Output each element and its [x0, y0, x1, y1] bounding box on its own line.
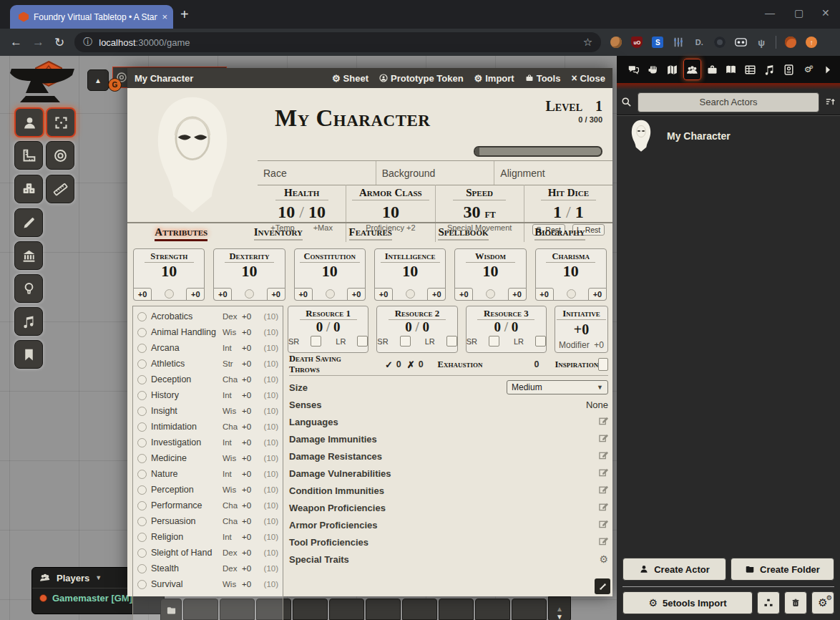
background-field[interactable]: Background — [376, 161, 494, 185]
import-button[interactable]: ⚙Import — [474, 73, 514, 84]
5etools-import-button[interactable]: ⚙ 5etools Import — [622, 591, 753, 614]
ability-modifier[interactable]: +0 — [294, 288, 313, 301]
edit-icon[interactable] — [599, 519, 608, 531]
hp-value[interactable]: 10 — [278, 203, 295, 221]
tab-features[interactable]: Features — [349, 226, 392, 241]
sidebar-tab-compendium[interactable] — [781, 59, 797, 79]
skill-row[interactable]: HistoryInt+0(10) — [137, 387, 278, 403]
page-up-icon[interactable]: ▲ — [556, 605, 563, 613]
fork-icon[interactable]: ψ — [755, 36, 768, 49]
ability-proficiency-ring[interactable] — [567, 289, 576, 299]
skill-proficiency-radio[interactable] — [137, 564, 147, 573]
ruler-diagonal-tool[interactable] — [46, 175, 74, 203]
skill-row[interactable]: StealthDex+0(10) — [137, 561, 278, 576]
skill-proficiency-radio[interactable] — [137, 312, 147, 321]
collapse-controls-button[interactable]: ▲ — [87, 69, 109, 91]
skill-proficiency-radio[interactable] — [137, 454, 147, 463]
ability-save[interactable]: +0 — [508, 288, 527, 301]
hotbar-page-control[interactable]: ▲ ▼ — [548, 596, 571, 620]
profile-avatar[interactable] — [784, 36, 797, 49]
lr-checkbox[interactable] — [446, 336, 457, 347]
resource-value[interactable]: 0 / 0 — [467, 320, 546, 334]
macro-slot[interactable] — [366, 599, 401, 620]
skill-proficiency-radio[interactable] — [137, 375, 147, 384]
skill-proficiency-radio[interactable] — [137, 359, 147, 369]
sliders-icon[interactable] — [672, 36, 685, 49]
xp-value[interactable]: 0 / 300 — [546, 115, 602, 124]
skill-proficiency-radio[interactable] — [137, 517, 147, 526]
tab-inventory[interactable]: Inventory — [254, 226, 303, 241]
exhaustion-value[interactable]: 0 — [534, 359, 539, 369]
ability-modifier[interactable]: +0 — [454, 288, 473, 301]
death-failure-icon[interactable]: ✗ — [407, 359, 415, 370]
prototype-token-button[interactable]: Prototype Token — [379, 73, 464, 84]
sr-checkbox[interactable] — [311, 336, 321, 347]
tab-biography[interactable]: Biography — [534, 226, 585, 241]
ability-score[interactable]: 10 — [536, 263, 606, 280]
sheet-config-button[interactable]: ⚙Sheet — [332, 73, 368, 84]
bullseye-tool[interactable] — [46, 141, 74, 170]
delete-button[interactable] — [784, 591, 807, 614]
skill-proficiency-radio[interactable] — [137, 438, 147, 447]
edit-icon[interactable] — [599, 485, 608, 496]
character-portrait[interactable] — [127, 88, 258, 222]
bookmark-tool[interactable] — [14, 340, 43, 369]
create-actor-button[interactable]: Create Actor — [622, 558, 726, 581]
sidebar-tab-actors-users[interactable] — [683, 59, 701, 80]
bank-tool[interactable] — [14, 241, 43, 270]
ublock-icon[interactable]: uO — [630, 36, 643, 49]
ability-intelligence[interactable]: Intelligence10+0+0 — [374, 248, 446, 301]
skill-row[interactable]: AthleticsStr+0(10) — [137, 356, 278, 372]
ability-constitution[interactable]: Constitution10+0+0 — [294, 248, 366, 301]
skill-row[interactable]: Animal HandlingWis+0(10) — [137, 324, 278, 340]
update-arrow-icon[interactable]: ↑ — [805, 36, 818, 49]
skill-row[interactable]: InsightWis+0(10) — [137, 403, 278, 419]
skill-proficiency-radio[interactable] — [137, 344, 147, 353]
size-select[interactable]: Medium▼ — [507, 380, 608, 394]
ability-save[interactable]: +0 — [347, 288, 366, 301]
skill-proficiency-radio[interactable] — [137, 533, 147, 542]
ability-save[interactable]: +0 — [267, 288, 285, 301]
reload-icon[interactable]: ↻ — [54, 35, 64, 50]
alignment-field[interactable]: Alignment — [494, 161, 612, 185]
skill-proficiency-radio[interactable] — [137, 485, 147, 495]
hp-max[interactable]: 10 — [308, 203, 326, 221]
resource-1-box[interactable]: Resource 10 / 0SRLR — [288, 306, 368, 353]
ability-score[interactable]: 10 — [295, 263, 365, 280]
initiative-value[interactable]: +0 — [555, 321, 607, 337]
skill-proficiency-radio[interactable] — [137, 407, 147, 416]
resource-value[interactable]: 0 / 0 — [377, 320, 456, 334]
sidebar-tab-playlists-music[interactable] — [761, 59, 778, 79]
ability-modifier[interactable]: +0 — [213, 288, 232, 301]
ability-score[interactable]: 10 — [134, 263, 204, 280]
ability-charisma[interactable]: Charisma10+0+0 — [535, 248, 607, 301]
macro-slot[interactable] — [293, 599, 328, 620]
sidebar-tab-tables-grid[interactable] — [742, 59, 758, 79]
sidebar-tab-items-suitcase[interactable] — [704, 59, 721, 79]
lr-checkbox[interactable] — [535, 336, 546, 347]
ability-wisdom[interactable]: Wisdom10+0+0 — [454, 248, 526, 301]
window-minimize-button[interactable]: — — [765, 7, 775, 19]
macro-slot[interactable] — [512, 599, 547, 620]
skill-proficiency-radio[interactable] — [137, 548, 147, 558]
search-input[interactable] — [638, 92, 819, 112]
skill-proficiency-radio[interactable] — [137, 470, 147, 479]
ability-proficiency-ring[interactable] — [326, 289, 335, 299]
sidebar-tab-collapse-arrow[interactable] — [819, 59, 836, 79]
skill-proficiency-radio[interactable] — [137, 580, 147, 589]
sidebar-tab-combat-fist[interactable] — [645, 59, 661, 79]
initiative-modifier[interactable]: Modifier +0 — [555, 340, 607, 350]
window-close-button[interactable]: ✕ — [821, 7, 830, 19]
resource-3-box[interactable]: Resource 30 / 0SRLR — [466, 306, 547, 353]
ability-proficiency-ring[interactable] — [245, 289, 254, 299]
window-maximize-button[interactable]: ▢ — [794, 7, 804, 19]
race-field[interactable]: Race — [258, 161, 376, 185]
expand-target-tool[interactable] — [46, 107, 76, 137]
character-name[interactable]: My Character — [275, 105, 430, 132]
lightbulb-tool[interactable] — [14, 274, 43, 303]
ability-score[interactable]: 10 — [214, 263, 284, 280]
actor-list-item[interactable]: My Character — [617, 115, 840, 155]
macro-slot[interactable] — [402, 599, 437, 620]
skill-proficiency-radio[interactable] — [137, 328, 147, 337]
ability-score[interactable]: 10 — [455, 263, 525, 280]
